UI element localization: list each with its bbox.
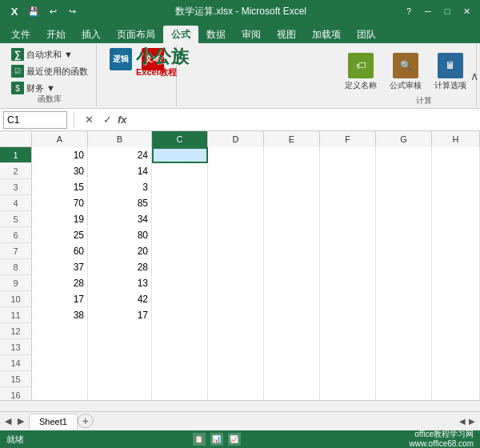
cell-r1-c6[interactable] bbox=[320, 147, 376, 163]
cell-r4-c2[interactable]: 85 bbox=[88, 195, 152, 211]
cell-r4-c4[interactable] bbox=[208, 195, 264, 211]
cell-r14-c7[interactable] bbox=[376, 355, 432, 371]
cell-r1-c1[interactable]: 10 bbox=[32, 147, 88, 163]
cell-r8-c8[interactable] bbox=[432, 259, 480, 275]
cell-r16-c5[interactable] bbox=[264, 387, 320, 400]
row-number-3[interactable]: 3 bbox=[0, 179, 32, 194]
cell-r9-c8[interactable] bbox=[432, 275, 480, 291]
cell-r3-c5[interactable] bbox=[264, 179, 320, 195]
row-number-1[interactable]: 1 bbox=[0, 147, 32, 162]
minimize-button[interactable]: ─ bbox=[421, 5, 435, 18]
cell-r7-c4[interactable] bbox=[208, 243, 264, 259]
cell-r13-c2[interactable] bbox=[88, 339, 152, 355]
cell-r1-c2[interactable]: 24 bbox=[88, 147, 152, 163]
autosum-button[interactable]: ∑ 自动求和 ▼ bbox=[8, 46, 76, 62]
row-number-14[interactable]: 14 bbox=[0, 355, 32, 370]
cell-r8-c2[interactable]: 28 bbox=[88, 259, 152, 275]
cell-r14-c3[interactable] bbox=[152, 355, 208, 371]
cell-r2-c2[interactable]: 14 bbox=[88, 163, 152, 179]
cell-r1-c7[interactable] bbox=[376, 147, 432, 163]
cell-r12-c6[interactable] bbox=[320, 323, 376, 339]
cell-r5-c3[interactable] bbox=[152, 211, 208, 227]
row-number-6[interactable]: 6 bbox=[0, 227, 32, 242]
tab-view[interactable]: 视图 bbox=[269, 26, 304, 43]
row-number-7[interactable]: 7 bbox=[0, 243, 32, 258]
cell-r11-c5[interactable] bbox=[264, 307, 320, 323]
ribbon-collapse-button[interactable]: ∧ bbox=[470, 70, 478, 82]
redo-button[interactable]: ↪ bbox=[64, 3, 80, 19]
cell-r7-c1[interactable]: 60 bbox=[32, 243, 88, 259]
tab-file[interactable]: 文件 bbox=[3, 26, 38, 43]
close-button[interactable]: ✕ bbox=[459, 5, 474, 18]
cell-r14-c2[interactable] bbox=[88, 355, 152, 371]
tab-formulas[interactable]: 公式 bbox=[163, 26, 198, 43]
cell-r6-c1[interactable]: 25 bbox=[32, 227, 88, 243]
cell-r7-c6[interactable] bbox=[320, 243, 376, 259]
col-header-f[interactable]: F bbox=[320, 131, 376, 147]
cell-r15-c1[interactable] bbox=[32, 371, 88, 387]
cell-r14-c6[interactable] bbox=[320, 355, 376, 371]
cell-r1-c3[interactable] bbox=[152, 147, 208, 163]
cell-r13-c5[interactable] bbox=[264, 339, 320, 355]
cell-r6-c5[interactable] bbox=[264, 227, 320, 243]
tab-addins[interactable]: 加载项 bbox=[304, 26, 349, 43]
cell-r3-c2[interactable]: 3 bbox=[88, 179, 152, 195]
row-number-9[interactable]: 9 bbox=[0, 275, 32, 290]
cell-r4-c3[interactable] bbox=[152, 195, 208, 211]
cell-r6-c8[interactable] bbox=[432, 227, 480, 243]
formula-input[interactable] bbox=[135, 111, 480, 129]
cell-r6-c3[interactable] bbox=[152, 227, 208, 243]
cell-r16-c8[interactable] bbox=[432, 387, 480, 400]
cell-r10-c3[interactable] bbox=[152, 291, 208, 307]
cell-r7-c3[interactable] bbox=[152, 243, 208, 259]
fx-button[interactable]: fx bbox=[118, 114, 127, 126]
cell-r4-c1[interactable]: 70 bbox=[32, 195, 88, 211]
cell-r3-c3[interactable] bbox=[152, 179, 208, 195]
cell-r2-c8[interactable] bbox=[432, 163, 480, 179]
cell-r12-c7[interactable] bbox=[376, 323, 432, 339]
cell-r14-c1[interactable] bbox=[32, 355, 88, 371]
col-header-d[interactable]: D bbox=[208, 131, 264, 147]
col-header-e[interactable]: E bbox=[264, 131, 320, 147]
recently-used-button[interactable]: ☑ 最近使用的函数 bbox=[8, 63, 91, 79]
cell-r12-c4[interactable] bbox=[208, 323, 264, 339]
cell-r6-c6[interactable] bbox=[320, 227, 376, 243]
tab-team[interactable]: 团队 bbox=[349, 26, 384, 43]
tab-insert[interactable]: 插入 bbox=[74, 26, 109, 43]
row-number-4[interactable]: 4 bbox=[0, 195, 32, 210]
col-header-g[interactable]: G bbox=[376, 131, 432, 147]
status-icon-1[interactable]: 📋 bbox=[193, 433, 206, 446]
cell-r13-c4[interactable] bbox=[208, 339, 264, 355]
formula-audit-button[interactable]: 🔍 公式审核 bbox=[385, 50, 426, 94]
cancel-formula-button[interactable]: ✕ bbox=[81, 114, 97, 126]
maximize-button[interactable]: □ bbox=[440, 5, 454, 18]
cell-r1-c5[interactable] bbox=[264, 147, 320, 163]
tab-page-layout[interactable]: 页面布局 bbox=[109, 26, 163, 43]
name-box[interactable]: C1 bbox=[3, 111, 67, 129]
sheet-next-button[interactable]: ▶ bbox=[16, 414, 26, 428]
cell-r6-c7[interactable] bbox=[376, 227, 432, 243]
cell-r16-c4[interactable] bbox=[208, 387, 264, 400]
sheet-tab-sheet1[interactable]: Sheet1 bbox=[29, 414, 78, 429]
cell-r9-c6[interactable] bbox=[320, 275, 376, 291]
undo-button[interactable]: ↩ bbox=[45, 3, 61, 19]
cell-r5-c4[interactable] bbox=[208, 211, 264, 227]
cell-r12-c1[interactable] bbox=[32, 323, 88, 339]
cell-r15-c4[interactable] bbox=[208, 371, 264, 387]
scroll-right-button[interactable]: ▶ bbox=[469, 417, 475, 426]
col-header-h[interactable]: H bbox=[432, 131, 480, 147]
cell-r7-c7[interactable] bbox=[376, 243, 432, 259]
cell-r2-c6[interactable] bbox=[320, 163, 376, 179]
cell-r11-c2[interactable]: 17 bbox=[88, 307, 152, 323]
cell-r6-c4[interactable] bbox=[208, 227, 264, 243]
cell-r8-c5[interactable] bbox=[264, 259, 320, 275]
cell-r4-c8[interactable] bbox=[432, 195, 480, 211]
cell-r1-c4[interactable] bbox=[208, 147, 264, 163]
save-button[interactable]: 💾 bbox=[26, 3, 42, 19]
cell-r11-c7[interactable] bbox=[376, 307, 432, 323]
status-icon-3[interactable]: 📈 bbox=[228, 433, 241, 446]
cell-r8-c6[interactable] bbox=[320, 259, 376, 275]
row-number-11[interactable]: 11 bbox=[0, 307, 32, 322]
col-header-b[interactable]: B bbox=[88, 131, 152, 147]
cell-r9-c5[interactable] bbox=[264, 275, 320, 291]
